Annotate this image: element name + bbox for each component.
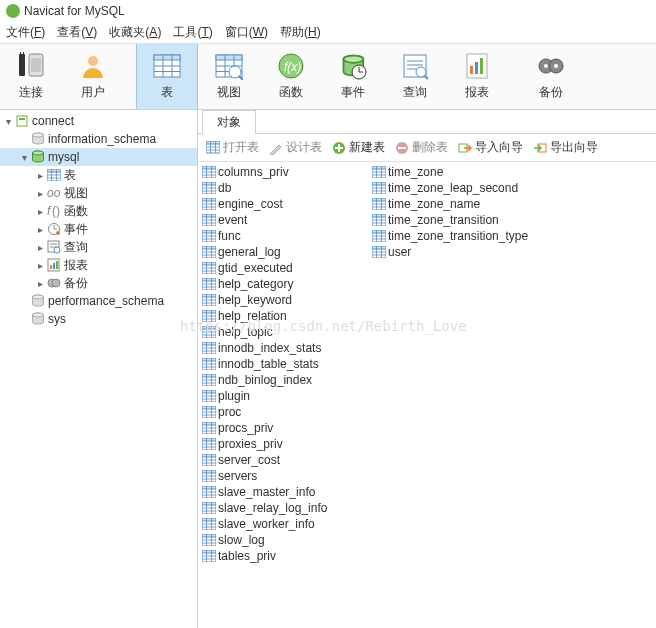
tree-db-mysql[interactable]: ▾mysql: [0, 148, 197, 166]
table-icon: [202, 358, 216, 370]
table-list: columns_privdbengine_costeventfuncgenera…: [198, 162, 656, 628]
table-item[interactable]: db: [202, 180, 372, 196]
expand-arrow-icon[interactable]: ▸: [34, 242, 46, 253]
event-icon: [339, 52, 367, 80]
toolbar-user-button[interactable]: 用户: [62, 44, 124, 109]
menu-t[interactable]: 工具(T): [173, 24, 212, 41]
toolbar-query-button[interactable]: 查询: [384, 44, 446, 109]
table-item[interactable]: innodb_table_stats: [202, 356, 372, 372]
user-icon: [79, 52, 107, 80]
menu-v[interactable]: 查看(V): [57, 24, 97, 41]
open-table-button[interactable]: 打开表: [206, 139, 259, 156]
table-icon: [202, 454, 216, 466]
table-item[interactable]: func: [202, 228, 372, 244]
table-icon: [202, 438, 216, 450]
tree-node-report[interactable]: ▸报表: [0, 256, 197, 274]
expand-arrow-icon[interactable]: ▸: [34, 224, 46, 235]
tree-node-event[interactable]: ▸事件: [0, 220, 197, 238]
table-item[interactable]: help_relation: [202, 308, 372, 324]
tree-node-function[interactable]: ▸函数: [0, 202, 197, 220]
import-wizard-button[interactable]: 导入向导: [458, 139, 523, 156]
expand-arrow-icon[interactable]: ▸: [34, 260, 46, 271]
tree-db-information_schema[interactable]: information_schema: [0, 130, 197, 148]
table-item[interactable]: procs_priv: [202, 420, 372, 436]
table-item[interactable]: slave_relay_log_info: [202, 500, 372, 516]
table-icon: [202, 198, 216, 210]
expand-arrow-icon[interactable]: ▸: [34, 278, 46, 289]
table-item[interactable]: time_zone: [372, 164, 528, 180]
menu-f[interactable]: 文件(F): [6, 24, 45, 41]
table-item[interactable]: slave_master_info: [202, 484, 372, 500]
new-table-button[interactable]: 新建表: [332, 139, 385, 156]
table-item[interactable]: gtid_executed: [202, 260, 372, 276]
toolbar-report-button[interactable]: 报表: [446, 44, 508, 109]
table-item[interactable]: help_keyword: [202, 292, 372, 308]
table-item[interactable]: proxies_priv: [202, 436, 372, 452]
table-item[interactable]: engine_cost: [202, 196, 372, 212]
table-item[interactable]: help_category: [202, 276, 372, 292]
table-icon: [202, 182, 216, 194]
table-icon: [372, 214, 386, 226]
table-item[interactable]: time_zone_name: [372, 196, 528, 212]
tree-node-backup[interactable]: ▸备份: [0, 274, 197, 292]
expand-arrow-icon[interactable]: ▸: [34, 170, 46, 181]
table-item[interactable]: help_topic: [202, 324, 372, 340]
expand-arrow-icon[interactable]: ▾: [2, 116, 14, 127]
table-icon: [202, 374, 216, 386]
table-icon: [202, 326, 216, 338]
query-icon: [401, 52, 429, 80]
table-item[interactable]: time_zone_leap_second: [372, 180, 528, 196]
table-item[interactable]: event: [202, 212, 372, 228]
export-wizard-button[interactable]: 导出向导: [533, 139, 598, 156]
tree-node-table[interactable]: ▸表: [0, 166, 197, 184]
expand-arrow-icon[interactable]: ▸: [34, 206, 46, 217]
tree-node-view[interactable]: ▸视图: [0, 184, 197, 202]
menu-a[interactable]: 收藏夹(A): [109, 24, 161, 41]
menu-h[interactable]: 帮助(H): [280, 24, 321, 41]
toolbar-view-button[interactable]: 视图: [198, 44, 260, 109]
table-icon: [202, 502, 216, 514]
menubar: 文件(F)查看(V)收藏夹(A)工具(T)窗口(W)帮助(H): [0, 22, 656, 44]
tree-connection[interactable]: ▾connect: [0, 112, 197, 130]
tree-db-sys[interactable]: sys: [0, 310, 197, 328]
table-item[interactable]: tables_priv: [202, 548, 372, 564]
table-icon: [372, 198, 386, 210]
connection-tree[interactable]: ▾connectinformation_schema▾mysql▸表▸视图▸函数…: [0, 110, 198, 628]
table-item[interactable]: innodb_index_stats: [202, 340, 372, 356]
app-logo-icon: [6, 4, 20, 18]
table-item[interactable]: general_log: [202, 244, 372, 260]
design-table-button[interactable]: 设计表: [269, 139, 322, 156]
table-item[interactable]: proc: [202, 404, 372, 420]
table-icon: [202, 342, 216, 354]
menu-w[interactable]: 窗口(W): [225, 24, 268, 41]
table-item[interactable]: server_cost: [202, 452, 372, 468]
new-table-icon: [332, 141, 346, 155]
object-toolbar: 打开表设计表新建表删除表导入向导导出向导: [198, 134, 656, 162]
table-item[interactable]: time_zone_transition_type: [372, 228, 528, 244]
table-item[interactable]: columns_priv: [202, 164, 372, 180]
table-icon: [202, 230, 216, 242]
table-item[interactable]: time_zone_transition: [372, 212, 528, 228]
app-title: Navicat for MySQL: [24, 4, 125, 18]
tree-node-query[interactable]: ▸查询: [0, 238, 197, 256]
table-item[interactable]: ndb_binlog_index: [202, 372, 372, 388]
tree-db-performance_schema[interactable]: performance_schema: [0, 292, 197, 310]
svg-rect-68: [19, 118, 25, 120]
expand-arrow-icon[interactable]: ▸: [34, 188, 46, 199]
expand-arrow-icon[interactable]: ▾: [18, 152, 30, 163]
export-wizard-icon: [533, 141, 547, 155]
delete-table-icon: [395, 141, 409, 155]
toolbar-connect-button[interactable]: 连接: [0, 44, 62, 109]
toolbar-backup-button[interactable]: 备份: [520, 44, 582, 109]
table-item[interactable]: slave_worker_info: [202, 516, 372, 532]
table-item[interactable]: plugin: [202, 388, 372, 404]
tab-objects[interactable]: 对象: [202, 110, 256, 134]
table-item[interactable]: user: [372, 244, 528, 260]
table-item[interactable]: servers: [202, 468, 372, 484]
toolbar-table-button[interactable]: 表: [136, 44, 198, 109]
backup-icon: [537, 52, 565, 80]
toolbar-event-button[interactable]: 事件: [322, 44, 384, 109]
delete-table-button[interactable]: 删除表: [395, 139, 448, 156]
table-item[interactable]: slow_log: [202, 532, 372, 548]
toolbar-function-button[interactable]: 函数: [260, 44, 322, 109]
